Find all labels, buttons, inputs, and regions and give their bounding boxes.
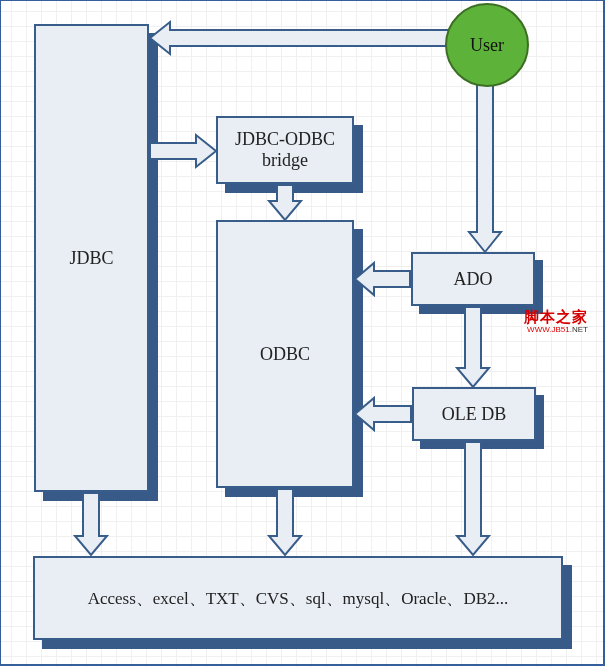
user-node: User [445, 3, 529, 87]
watermark: 脚本之家 WWW.JB51.NET [524, 309, 588, 334]
user-label: User [470, 35, 504, 56]
ole-db-box: OLE DB [412, 387, 536, 441]
datasources-label: Access、excel、TXT、CVS、sql、mysql、Oracle、DB… [88, 587, 509, 610]
watermark-cn: 脚本之家 [524, 309, 588, 326]
jdbc-odbc-bridge-box: JDBC-ODBC bridge [216, 116, 354, 184]
ole-db-label: OLE DB [442, 404, 507, 425]
watermark-url: WWW.JB51.NET [524, 326, 588, 335]
jdbc-box: JDBC [34, 24, 149, 492]
odbc-label: ODBC [260, 344, 310, 365]
jdbc-label: JDBC [69, 248, 113, 269]
jdbc-odbc-bridge-label: JDBC-ODBC bridge [235, 129, 335, 171]
ado-box: ADO [411, 252, 535, 306]
ado-label: ADO [454, 269, 493, 290]
odbc-box: ODBC [216, 220, 354, 488]
datasources-box: Access、excel、TXT、CVS、sql、mysql、Oracle、DB… [33, 556, 563, 640]
